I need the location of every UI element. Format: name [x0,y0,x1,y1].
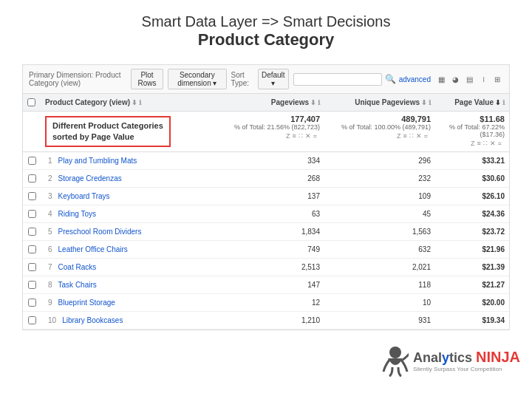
checkbox-header [23,97,41,108]
row-product-name[interactable]: Play and Tumbling Mats [58,157,137,165]
row-unique-pageviews: 296 [324,155,435,166]
page-value-sort-icon: ⬇ [495,99,501,106]
totals-pageviews-main: 177,407 [233,115,320,123]
toolbar: Primary Dimension: Product Category (vie… [23,65,509,94]
row-product-name[interactable]: Leather Office Chairs [58,245,128,253]
row-checkbox-2[interactable] [28,192,36,200]
z-icon-pval: Z [471,140,475,147]
row-product-name[interactable]: Library Bookcases [62,316,123,324]
table-row: 1 Play and Tumbling Mats 334 296 $33.21 [23,152,509,170]
grid-icon[interactable]: ▦ [435,73,447,85]
row-checkbox-cell-6 [23,263,41,271]
row-checkbox-cell-8 [23,299,41,307]
ninja-figure [382,344,409,378]
x-mini-pval: ✕ [490,140,496,147]
row-pageviews: 137 [228,191,324,202]
row-page-value: $21.96 [435,244,509,255]
advanced-link[interactable]: advanced [399,75,431,83]
unique-info-icon: ℹ [429,99,431,106]
z-icon-uniq: Z [397,132,401,140]
eq-mini-uniq: = [424,132,428,140]
row-product-name[interactable]: Riding Toys [58,210,97,218]
bar-mini-pval: ≡ [477,140,480,147]
tagline: Silently Surpass Your Competition [413,366,520,372]
highlight-box: Different Product Categories sorted by P… [45,116,171,148]
page-title-sub: Product Category [0,30,532,50]
row-checkbox-cell-3 [23,210,41,218]
secondary-dim-dropdown[interactable]: Secondary dimension ▾ [168,69,227,89]
row-page-value: $19.34 [435,315,509,326]
row-checkbox-1[interactable] [28,174,36,183]
row-name-cell: 10 Library Bookcases [41,313,228,327]
search-box: 🔍 advanced [293,73,431,86]
row-product-name[interactable]: Coat Racks [58,263,97,271]
row-product-name[interactable]: Task Chairs [58,281,97,289]
scatter-icon[interactable]: ⁞ [477,73,489,85]
row-checkbox-cell-4 [23,228,41,236]
row-checkbox-5[interactable] [28,245,36,253]
row-unique-pageviews: 232 [324,173,435,184]
unique-sort-icon: ⬇ [421,99,427,106]
table-row: 8 Task Chairs 147 118 $21.27 [23,276,509,294]
totals-pagevalue-sub: % of Total: 67.22% ($17.36) [440,123,505,138]
page-value-info-icon: ℹ [502,99,505,106]
row-checkbox-4[interactable] [28,228,36,236]
row-unique-pageviews: 2,021 [324,262,435,273]
row-pageviews: 268 [228,173,324,184]
data-table-body: 1 Play and Tumbling Mats 334 296 $33.21 … [23,152,509,330]
row-number: 2 [45,173,55,184]
row-checkbox-6[interactable] [28,263,36,271]
row-page-value: $21.27 [435,279,509,290]
ninja-text: NINJA [476,349,520,365]
row-checkbox-cell-1 [23,174,41,183]
row-name-cell: 2 Storage Credenzas [41,171,228,185]
row-name-cell: 7 Coat Racks [41,260,228,274]
plot-rows-button[interactable]: Plot Rows [131,69,163,89]
row-pageviews: 12 [228,297,324,308]
dot-mini-pval: ∷ [483,140,488,147]
row-pageviews: 334 [228,155,324,166]
table-row: 7 Coat Racks 2,513 2,021 $21.39 [23,259,509,276]
eq-mini-pval: = [498,140,502,147]
search-icon: 🔍 [385,74,396,84]
select-all-checkbox[interactable] [27,98,35,106]
unique-pageviews-header[interactable]: Unique Pageviews ⬇ ℹ [324,97,435,108]
pie-icon[interactable]: ◕ [449,73,461,85]
totals-unique-cell: 489,791 % of Total: 100.00% (489,791) Z … [324,112,435,151]
pageviews-header[interactable]: Pageviews ⬇ ℹ [228,97,324,108]
row-product-name[interactable]: Storage Credenzas [58,174,122,183]
product-category-header[interactable]: Product Category (view) ⬇ ℹ [41,97,228,108]
row-pageviews: 2,513 [228,262,324,273]
row-checkbox-9[interactable] [28,316,36,324]
row-checkbox-3[interactable] [28,210,36,218]
row-name-cell: 3 Keyboard Trays [41,189,228,203]
row-name-cell: 6 Leather Office Chairs [41,242,228,256]
row-number: 10 [45,315,59,326]
row-product-name[interactable]: Keyboard Trays [58,192,110,200]
col-info-icon: ℹ [139,99,141,106]
row-checkbox-8[interactable] [28,299,36,307]
row-number: 6 [45,244,55,255]
ninja-logo: Analytics NINJA Silently Surpass Your Co… [382,344,520,378]
row-page-value: $30.60 [435,173,509,184]
row-checkbox-0[interactable] [28,157,36,165]
row-page-value: $21.39 [435,262,509,273]
bar-icon[interactable]: ▤ [463,73,475,85]
z-icon-pv: Z [286,132,290,140]
totals-unique-main: 489,791 [329,115,431,123]
sort-default-dropdown[interactable]: Default ▾ [258,69,289,89]
row-checkbox-cell-5 [23,245,41,253]
row-checkbox-cell-2 [23,192,41,200]
row-product-name[interactable]: Blueprint Storage [58,299,115,307]
page-header: Smart Data Layer => Smart Decisions Prod… [0,0,532,57]
row-page-value: $23.72 [435,226,509,237]
row-product-name[interactable]: Preschool Room Dividers [58,228,142,236]
table-icon[interactable]: ⊞ [491,73,503,85]
table-row: 2 Storage Credenzas 268 232 $30.60 [23,170,509,188]
row-checkbox-7[interactable] [28,281,36,289]
row-unique-pageviews: 1,563 [324,226,435,237]
row-page-value: $33.21 [435,155,509,166]
page-value-header[interactable]: Page Value ⬇ ℹ [435,97,509,108]
search-input[interactable] [293,73,382,86]
analytics-container: Primary Dimension: Product Category (vie… [22,64,510,330]
